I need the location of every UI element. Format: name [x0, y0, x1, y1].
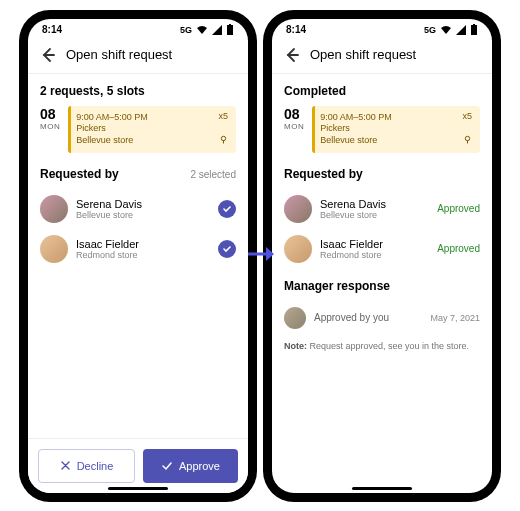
shift-date-dow: MON [284, 122, 304, 131]
svg-rect-9 [473, 24, 475, 25]
manager-note: Note: Request approved, see you in the s… [284, 341, 480, 351]
note-text: Request approved, see you in the store. [307, 341, 469, 351]
manager-response-date: May 7, 2021 [430, 313, 480, 323]
selected-count: 2 selected [190, 169, 236, 180]
requested-by-title: Requested by [284, 167, 363, 181]
battery-icon [470, 24, 478, 36]
requester-row[interactable]: Serena Davis Bellevue store Approved [284, 189, 480, 229]
avatar [284, 307, 306, 329]
request-summary: Completed [284, 84, 480, 98]
shift-row: 08 MON 9:00 AM–5:00 PM Pickers Bellevue … [40, 106, 236, 153]
decline-button[interactable]: Decline [38, 449, 135, 483]
requester-row[interactable]: Isaac Fielder Redmond store Approved [284, 229, 480, 269]
shift-slots: x5 [462, 111, 472, 123]
status-time: 8:14 [286, 24, 306, 35]
shift-location: Bellevue store [320, 135, 472, 147]
svg-marker-2 [212, 25, 222, 35]
svg-point-11 [465, 136, 469, 140]
requester-location: Redmond store [320, 250, 429, 260]
shift-date: 08 MON [40, 106, 60, 153]
svg-rect-3 [227, 25, 233, 35]
avatar [284, 235, 312, 263]
requester-name: Serena Davis [320, 198, 429, 210]
svg-point-6 [221, 136, 225, 140]
page-title: Open shift request [66, 47, 172, 62]
signal-icon [456, 25, 466, 35]
phone-after: 8:14 5G Open shift request Completed 08 … [264, 11, 500, 501]
avatar [40, 195, 68, 223]
manager-response-text: Approved by you [314, 312, 422, 323]
shift-location: Bellevue store [76, 135, 228, 147]
close-icon [60, 460, 71, 471]
status-network: 5G [180, 25, 192, 35]
location-pin-icon [219, 135, 228, 148]
svg-rect-4 [229, 24, 231, 25]
svg-marker-7 [456, 25, 466, 35]
page-title: Open shift request [310, 47, 416, 62]
wifi-icon [196, 25, 208, 35]
decline-label: Decline [77, 460, 114, 472]
transition-arrow-icon [246, 243, 274, 269]
requester-location: Redmond store [76, 250, 210, 260]
shift-time: 9:00 AM–5:00 PM [76, 112, 228, 124]
status-bar: 8:14 5G [272, 19, 492, 41]
svg-rect-8 [471, 25, 477, 35]
shift-time: 9:00 AM–5:00 PM [320, 112, 472, 124]
shift-date-day: 08 [40, 106, 60, 122]
shift-slots: x5 [218, 111, 228, 123]
page-header: Open shift request [28, 41, 248, 74]
shift-role: Pickers [320, 123, 472, 135]
requester-name: Isaac Fielder [320, 238, 429, 250]
requester-location: Bellevue store [76, 210, 210, 220]
page-header: Open shift request [272, 41, 492, 74]
avatar [40, 235, 68, 263]
status-network: 5G [424, 25, 436, 35]
selected-check-icon[interactable] [218, 240, 236, 258]
status-badge: Approved [437, 203, 480, 214]
shift-card[interactable]: 9:00 AM–5:00 PM Pickers Bellevue store x… [312, 106, 480, 153]
svg-marker-1 [266, 247, 274, 261]
back-icon[interactable] [40, 47, 56, 63]
requester-name: Serena Davis [76, 198, 210, 210]
requester-row[interactable]: Serena Davis Bellevue store [40, 189, 236, 229]
status-badge: Approved [437, 243, 480, 254]
shift-date-dow: MON [40, 122, 60, 131]
status-bar: 8:14 5G [28, 19, 248, 41]
requester-location: Bellevue store [320, 210, 429, 220]
manager-response-title: Manager response [284, 279, 480, 293]
approve-label: Approve [179, 460, 220, 472]
signal-icon [212, 25, 222, 35]
shift-row: 08 MON 9:00 AM–5:00 PM Pickers Bellevue … [284, 106, 480, 153]
battery-icon [226, 24, 234, 36]
back-icon[interactable] [284, 47, 300, 63]
home-indicator[interactable] [108, 487, 168, 490]
requester-row[interactable]: Isaac Fielder Redmond store [40, 229, 236, 269]
approve-button[interactable]: Approve [143, 449, 238, 483]
shift-date: 08 MON [284, 106, 304, 153]
location-pin-icon [463, 135, 472, 148]
shift-date-day: 08 [284, 106, 304, 122]
shift-card[interactable]: 9:00 AM–5:00 PM Pickers Bellevue store x… [68, 106, 236, 153]
home-indicator[interactable] [352, 487, 412, 490]
phone-before: 8:14 5G Open shift request 2 requests, 5… [20, 11, 256, 501]
action-bar: Decline Approve [28, 438, 248, 493]
requested-by-title: Requested by [40, 167, 119, 181]
selected-check-icon[interactable] [218, 200, 236, 218]
status-time: 8:14 [42, 24, 62, 35]
request-summary: 2 requests, 5 slots [40, 84, 236, 98]
avatar [284, 195, 312, 223]
wifi-icon [440, 25, 452, 35]
shift-role: Pickers [76, 123, 228, 135]
requester-name: Isaac Fielder [76, 238, 210, 250]
manager-response-row: Approved by you May 7, 2021 [284, 301, 480, 335]
check-icon [161, 460, 173, 472]
note-label: Note: [284, 341, 307, 351]
